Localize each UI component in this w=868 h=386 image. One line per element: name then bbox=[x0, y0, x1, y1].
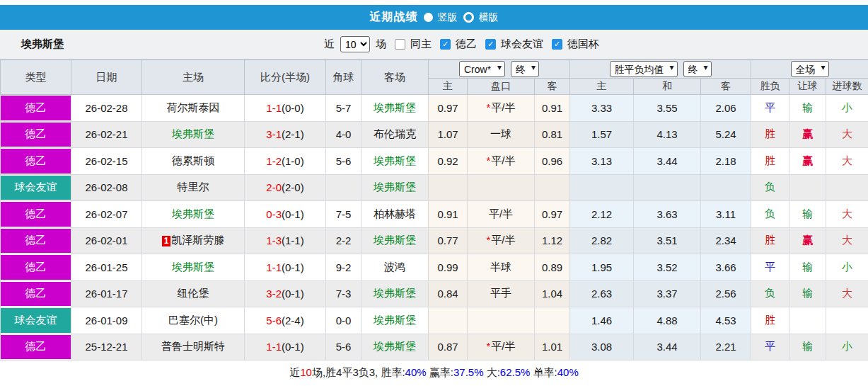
radio-selected-icon[interactable] bbox=[424, 13, 433, 22]
panel-title: 近期战绩 bbox=[370, 10, 418, 25]
fulltime-score: 2-0 bbox=[266, 181, 282, 193]
title-bar: 近期战绩 竖版 横版 bbox=[0, 5, 868, 30]
avg-draw-cell: 4.13 bbox=[634, 121, 701, 148]
goals-result-cell: 小 bbox=[826, 334, 868, 361]
subheader-odds-home: 主 bbox=[429, 79, 468, 95]
home-team-link[interactable]: 荷尔斯泰因 bbox=[167, 101, 220, 113]
near-label: 近 bbox=[324, 38, 335, 51]
avg-home-cell: 3.08 bbox=[570, 334, 634, 361]
fulltime-score: 1-3 bbox=[266, 234, 282, 246]
away-team-link[interactable]: 波鸿 bbox=[384, 261, 405, 273]
checkbox-league2-label[interactable]: 德乙 bbox=[456, 38, 477, 51]
avg-home-cell: 3.13 bbox=[570, 148, 634, 175]
match-row: 德乙26-02-21埃弗斯堡3-1(2-1)4-0布伦瑞克1.07一球0.811… bbox=[1, 121, 868, 148]
away-odds-cell bbox=[535, 174, 570, 201]
corners-cell: 0-0 bbox=[326, 307, 361, 334]
star-icon: * bbox=[486, 340, 490, 352]
result-cell: 平 bbox=[751, 254, 789, 281]
summary-segment: 40% bbox=[405, 366, 427, 378]
handicap-cell: *平/半 bbox=[468, 148, 535, 175]
away-team-link[interactable]: 埃弗斯堡 bbox=[374, 101, 416, 113]
away-team-link[interactable]: 埃弗斯堡 bbox=[374, 234, 416, 246]
radio-horizontal-label[interactable]: 横版 bbox=[479, 11, 499, 24]
odds-time-select[interactable]: 终 bbox=[511, 61, 539, 77]
home-team-link[interactable]: 凯泽斯劳滕 bbox=[171, 234, 224, 246]
bookmaker-select[interactable]: Crow* bbox=[459, 61, 505, 77]
avg-home-cell: 2.12 bbox=[570, 201, 634, 228]
date-cell: 26-01-17 bbox=[71, 280, 142, 307]
radio-vertical-label[interactable]: 竖版 bbox=[438, 11, 458, 24]
handicap-text: 平/半 bbox=[491, 154, 515, 166]
avg-draw-cell bbox=[634, 174, 701, 201]
away-team-link[interactable]: 柏林赫塔 bbox=[374, 208, 416, 220]
handicap-text: 半球 bbox=[490, 261, 511, 273]
home-team-link[interactable]: 巴塞尔(中) bbox=[168, 314, 218, 326]
away-team-link[interactable]: 埃弗斯堡 bbox=[374, 154, 416, 166]
checkbox-german-cup[interactable]: ✓ bbox=[552, 39, 562, 50]
away-team-cell: 埃弗斯堡 bbox=[361, 280, 429, 307]
home-team-link[interactable]: 特里尔 bbox=[178, 181, 209, 193]
layout-radio-horizontal[interactable]: 横版 bbox=[463, 11, 499, 24]
corners-cell: 7-3 bbox=[326, 280, 361, 307]
avg-time-select[interactable]: 终 bbox=[683, 61, 712, 77]
summary-bar: 近10场,胜4平3负3, 胜率:40% 赢率:37.5% 大:62.5% 单率:… bbox=[0, 361, 868, 386]
handicap-result-cell: 输 bbox=[789, 280, 826, 307]
handicap-cell: 一球 bbox=[468, 121, 535, 148]
home-odds-cell: 0.92 bbox=[429, 148, 468, 175]
away-odds-cell: 1.12 bbox=[535, 227, 570, 254]
checkbox-same-home[interactable]: ✓ bbox=[395, 39, 405, 50]
date-cell: 26-02-28 bbox=[71, 95, 142, 122]
handicap-cell: 平/半 bbox=[468, 201, 535, 228]
away-team-link[interactable]: 埃弗斯堡 bbox=[374, 314, 416, 326]
away-team-cell: 埃弗斯堡 bbox=[361, 148, 429, 175]
goals-result-cell: 大 bbox=[826, 201, 868, 228]
summary-segment: 40% bbox=[557, 366, 579, 378]
corners-cell: 4-0 bbox=[326, 121, 361, 148]
home-odds-cell: 0.91 bbox=[429, 201, 468, 228]
home-team-cell: 埃弗斯堡 bbox=[142, 121, 245, 148]
type-cell: 德乙 bbox=[1, 95, 71, 122]
date-cell: 26-01-09 bbox=[71, 307, 142, 334]
match-count-select[interactable]: 10 bbox=[340, 36, 370, 52]
home-team-link[interactable]: 德累斯顿 bbox=[172, 154, 214, 166]
filter-group: 近 10 场 ✓ 同主 ✓ 德乙 ✓ 球会友谊 ✓ 德国杯 bbox=[324, 36, 599, 52]
checkbox-german-cup-label[interactable]: 德国杯 bbox=[567, 38, 599, 51]
home-team-cell: 德累斯顿 bbox=[142, 148, 245, 175]
date-cell: 26-02-21 bbox=[71, 121, 142, 148]
checkbox-club-friendly-label[interactable]: 球会友谊 bbox=[501, 38, 543, 51]
layout-radio-vertical[interactable]: 竖版 bbox=[424, 11, 458, 24]
away-team-link[interactable]: 埃弗斯堡 bbox=[374, 340, 416, 352]
home-team-link[interactable]: 纽伦堡 bbox=[178, 287, 209, 299]
handicap-result-cell: 赢 bbox=[789, 148, 826, 175]
home-team-link[interactable]: 埃弗斯堡 bbox=[172, 208, 214, 220]
checkbox-league2[interactable]: ✓ bbox=[440, 39, 451, 50]
period-select[interactable]: 全场 bbox=[791, 61, 829, 77]
type-cell: 球会友谊 bbox=[1, 307, 71, 334]
checkbox-club-friendly[interactable]: ✓ bbox=[485, 39, 496, 50]
radio-unselected-icon[interactable] bbox=[463, 12, 474, 23]
avg-type-select[interactable]: 胜平负均值 bbox=[610, 61, 678, 77]
score-cell: 0-3(0-1) bbox=[245, 201, 326, 228]
results-table: 类型 日期 主场 比分(半场) 角球 客场 Crow* ▾ 终 ▾ bbox=[0, 59, 868, 361]
checkbox-same-home-label[interactable]: 同主 bbox=[410, 38, 432, 51]
fulltime-score: 1-2 bbox=[266, 155, 282, 167]
subheader-avg-away: 客 bbox=[701, 79, 751, 95]
type-cell: 德乙 bbox=[1, 121, 71, 148]
score-cell: 1-2(1-0) bbox=[245, 148, 326, 175]
type-cell: 德乙 bbox=[1, 254, 71, 281]
away-team-cell: 埃弗斯堡 bbox=[361, 95, 429, 122]
col-header-date: 日期 bbox=[71, 60, 142, 95]
fulltime-score: 1-1 bbox=[266, 341, 282, 353]
avg-draw-cell: 3.37 bbox=[634, 280, 701, 307]
home-team-link[interactable]: 普鲁士明斯特 bbox=[161, 340, 225, 352]
home-team-link[interactable]: 埃弗斯堡 bbox=[172, 261, 214, 273]
home-team-link[interactable]: 埃弗斯堡 bbox=[172, 127, 214, 140]
result-cell: 胜 bbox=[751, 227, 789, 254]
rank-badge: 1 bbox=[162, 236, 171, 246]
away-team-link[interactable]: 布伦瑞克 bbox=[374, 127, 416, 140]
away-team-cell: 埃弗斯堡 bbox=[361, 334, 429, 361]
score-cell: 3-1(2-1) bbox=[245, 121, 326, 148]
match-row: 德乙26-02-011凯泽斯劳滕1-3(1-1)2-2埃弗斯堡0.77*平/半1… bbox=[1, 227, 868, 254]
away-team-link[interactable]: 埃弗斯堡 bbox=[374, 181, 416, 193]
away-team-link[interactable]: 埃弗斯堡 bbox=[374, 287, 416, 299]
